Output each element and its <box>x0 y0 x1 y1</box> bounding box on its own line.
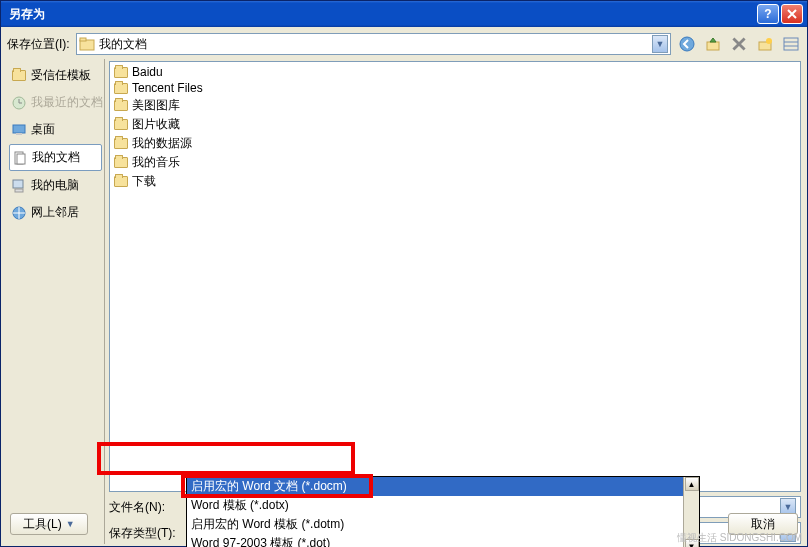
titlebar: 另存为 ? <box>1 1 807 27</box>
svg-point-2 <box>680 37 694 51</box>
svg-rect-1 <box>80 38 86 41</box>
sidebar-item-label: 我的文档 <box>32 149 99 166</box>
svg-rect-6 <box>784 38 798 50</box>
watermark: 懂视生活 SIDONGSHI.COM <box>677 531 802 545</box>
folder-icon <box>11 68 27 84</box>
places-sidebar: 受信任模板 我最近的文档 桌面 我的文档 我的电脑 <box>7 59 105 544</box>
file-label: 我的数据源 <box>132 135 192 152</box>
computer-icon <box>11 178 27 194</box>
help-button[interactable]: ? <box>757 4 779 24</box>
file-label: Baidu <box>132 65 163 79</box>
svg-rect-10 <box>13 125 25 133</box>
file-label: Tencent Files <box>132 81 203 95</box>
list-item[interactable]: 下载 <box>112 172 798 191</box>
views-icon[interactable] <box>781 34 801 54</box>
folder-icon <box>79 36 95 52</box>
location-label: 保存位置(I): <box>7 36 70 53</box>
window-title: 另存为 <box>5 6 757 23</box>
scroll-up-icon[interactable]: ▲ <box>685 477 699 491</box>
folder-icon <box>114 176 128 187</box>
sidebar-item-network[interactable]: 网上邻居 <box>9 200 102 225</box>
svg-rect-13 <box>17 154 25 164</box>
back-icon[interactable] <box>677 34 697 54</box>
folder-icon <box>114 83 128 94</box>
sidebar-item-recent[interactable]: 我最近的文档 <box>9 90 102 115</box>
folder-icon <box>114 100 128 111</box>
delete-icon[interactable] <box>729 34 749 54</box>
list-item[interactable]: Tencent Files <box>112 80 798 96</box>
svg-point-5 <box>766 38 772 44</box>
folder-icon <box>114 119 128 130</box>
list-item[interactable]: Baidu <box>112 64 798 80</box>
svg-rect-14 <box>13 180 23 188</box>
documents-icon <box>12 150 28 166</box>
dropdown-option[interactable]: 启用宏的 Word 模板 (*.dotm) <box>187 515 699 534</box>
sidebar-item-trusted-templates[interactable]: 受信任模板 <box>9 63 102 88</box>
sidebar-item-label: 网上邻居 <box>31 204 100 221</box>
folder-icon <box>114 138 128 149</box>
folder-icon <box>114 157 128 168</box>
tools-button[interactable]: 工具(L) ▼ <box>10 513 88 535</box>
recent-icon <box>11 95 27 111</box>
sidebar-item-my-computer[interactable]: 我的电脑 <box>9 173 102 198</box>
highlight-box <box>97 442 355 475</box>
network-icon <box>11 205 27 221</box>
new-folder-icon[interactable] <box>755 34 775 54</box>
svg-rect-11 <box>16 133 22 135</box>
svg-rect-15 <box>15 189 23 192</box>
up-icon[interactable] <box>703 34 723 54</box>
list-item[interactable]: 我的音乐 <box>112 153 798 172</box>
dropdown-option[interactable]: Word 97-2003 模板 (*.dot) <box>187 534 699 547</box>
file-label: 我的音乐 <box>132 154 180 171</box>
list-item[interactable]: 我的数据源 <box>112 134 798 153</box>
list-item[interactable]: 美图图库 <box>112 96 798 115</box>
sidebar-item-label: 我最近的文档 <box>31 94 103 111</box>
sidebar-item-label: 我的电脑 <box>31 177 100 194</box>
dropdown-option[interactable]: Word 模板 (*.dotx) <box>187 496 699 515</box>
location-dropdown-arrow[interactable]: ▼ <box>652 35 668 53</box>
sidebar-item-my-documents[interactable]: 我的文档 <box>9 144 102 171</box>
file-label: 美图图库 <box>132 97 180 114</box>
sidebar-item-desktop[interactable]: 桌面 <box>9 117 102 142</box>
sidebar-item-label: 受信任模板 <box>31 67 100 84</box>
location-value: 我的文档 <box>99 36 652 53</box>
file-list[interactable]: Baidu Tencent Files 美图图库 图片收藏 我的数据源 我的音乐… <box>109 61 801 492</box>
location-combo[interactable]: 我的文档 ▼ <box>76 33 671 55</box>
close-button[interactable] <box>781 4 803 24</box>
highlight-box <box>181 474 373 498</box>
list-item[interactable]: 图片收藏 <box>112 115 798 134</box>
desktop-icon <box>11 122 27 138</box>
folder-icon <box>114 67 128 78</box>
chevron-down-icon: ▼ <box>66 519 75 529</box>
sidebar-item-label: 桌面 <box>31 121 100 138</box>
svg-rect-3 <box>707 42 719 50</box>
cancel-label: 取消 <box>751 516 775 533</box>
file-label: 图片收藏 <box>132 116 180 133</box>
tools-label: 工具(L) <box>23 516 62 533</box>
file-label: 下载 <box>132 173 156 190</box>
